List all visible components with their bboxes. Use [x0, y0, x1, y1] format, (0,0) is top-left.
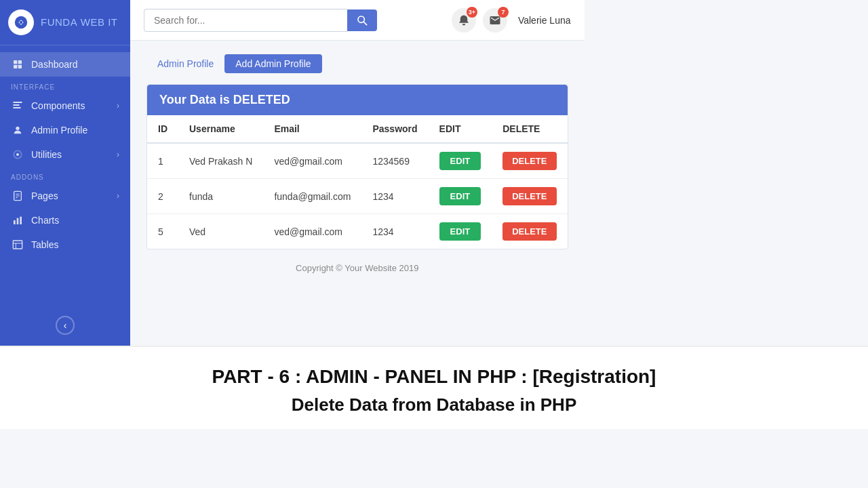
cell-edit: EDIT [429, 179, 492, 214]
cell-delete: DELETE [492, 179, 567, 214]
cell-email: funda@gmail.com [263, 179, 361, 214]
message-badge: 7 [498, 7, 509, 18]
dashboard-icon [11, 59, 24, 70]
tab-admin-profile[interactable]: Admin Profile [146, 54, 224, 73]
svg-rect-6 [13, 102, 22, 103]
pages-icon [11, 190, 24, 201]
search-bar [144, 9, 377, 32]
svg-rect-4 [14, 65, 17, 68]
cell-username: Ved [178, 214, 263, 249]
sidebar-item-pages[interactable]: Pages › [0, 184, 130, 208]
edit-button[interactable]: EDIT [439, 187, 481, 205]
delete-button[interactable]: DELETE [502, 187, 556, 205]
cell-email: ved@gmail.com [263, 143, 361, 179]
svg-rect-17 [17, 218, 19, 224]
table-row: 5 Ved ved@gmail.com 1234 EDIT DELETE [147, 214, 568, 249]
charts-icon [11, 215, 24, 226]
edit-button[interactable]: EDIT [439, 152, 481, 170]
cell-delete: DELETE [492, 214, 567, 249]
data-table-wrapper: Your Data is DELETED ID Username Email P… [146, 84, 568, 249]
topbar: 3+ 7 Valerie Luna [130, 0, 585, 41]
logo-icon [8, 9, 34, 35]
svg-rect-19 [13, 241, 22, 249]
admin-profile-icon [11, 125, 24, 136]
search-button[interactable] [347, 9, 377, 31]
notification-badge: 3+ [467, 7, 477, 18]
logo-text: FUNDA WEB IT [41, 16, 118, 28]
svg-rect-2 [14, 60, 17, 64]
col-username: Username [178, 115, 263, 143]
cell-id: 2 [147, 179, 178, 214]
sidebar: FUNDA WEB IT Dashboard INTERFACE Compone… [0, 0, 130, 346]
svg-rect-16 [14, 220, 16, 224]
cell-edit: EDIT [429, 214, 492, 249]
sidebar-item-admin-profile[interactable]: Admin Profile [0, 118, 130, 142]
sidebar-item-charts[interactable]: Charts [0, 208, 130, 232]
components-icon [11, 100, 24, 111]
data-table: ID Username Email Password EDIT DELETE 1… [147, 115, 568, 249]
cell-email: ved@gmail.com [263, 214, 361, 249]
col-email: Email [263, 115, 361, 143]
delete-button[interactable]: DELETE [502, 152, 556, 170]
user-name: Valerie Luna [518, 15, 571, 26]
table-header-row: ID Username Email Password EDIT DELETE [147, 115, 568, 143]
cell-password: 1234 [361, 214, 428, 249]
col-edit: EDIT [429, 115, 492, 143]
utilities-icon [11, 149, 24, 160]
edit-button[interactable]: EDIT [439, 222, 481, 241]
svg-point-10 [16, 127, 19, 130]
cell-password: 1234569 [361, 143, 428, 179]
sidebar-item-dashboard-label: Dashboard [31, 59, 119, 70]
search-input[interactable] [144, 9, 347, 32]
cell-id: 1 [147, 143, 178, 179]
components-chevron-icon: › [117, 101, 119, 110]
tables-icon [11, 239, 24, 250]
pages-chevron-icon: › [117, 191, 119, 201]
table-row: 1 Ved Prakash N ved@gmail.com 1234569 ED… [147, 143, 568, 179]
sidebar-item-dashboard[interactable]: Dashboard [0, 52, 130, 77]
delete-button[interactable]: DELETE [502, 222, 556, 241]
sidebar-section-addons: ADDONS [0, 167, 130, 184]
svg-rect-18 [20, 217, 22, 224]
svg-line-23 [363, 22, 367, 25]
col-delete: DELETE [492, 115, 567, 143]
notifications-button[interactable]: 3+ [452, 8, 476, 33]
tab-add-admin-profile[interactable]: Add Admin Profile [224, 54, 321, 73]
sidebar-collapse-button[interactable]: ‹ [56, 316, 75, 335]
sidebar-item-pages-label: Pages [31, 190, 117, 201]
copyright-text: Copyright © Your Website 2019 [296, 263, 418, 273]
tabs-row: Admin Profile Add Admin Profile [146, 54, 568, 73]
svg-rect-8 [13, 107, 20, 108]
content-footer: Copyright © Your Website 2019 [146, 249, 568, 287]
sidebar-logo: FUNDA WEB IT [0, 0, 130, 45]
alert-deleted-banner: Your Data is DELETED [147, 85, 568, 115]
sidebar-item-utilities[interactable]: Utilities › [0, 142, 130, 167]
sidebar-item-admin-profile-label: Admin Profile [31, 125, 119, 136]
svg-rect-5 [18, 65, 22, 68]
sidebar-item-utilities-label: Utilities [31, 149, 117, 160]
cell-password: 1234 [361, 179, 428, 214]
svg-point-1 [20, 21, 23, 24]
messages-button[interactable]: 7 [483, 8, 507, 33]
bottom-text-section: PART - 6 : ADMIN - PANEL IN PHP : [Regis… [0, 346, 868, 429]
cell-username: funda [178, 179, 263, 214]
sidebar-item-tables[interactable]: Tables [0, 232, 130, 257]
col-password: Password [361, 115, 428, 143]
svg-point-11 [16, 153, 19, 156]
topbar-icons: 3+ 7 Valerie Luna [452, 8, 571, 33]
sidebar-item-tables-label: Tables [31, 239, 119, 250]
utilities-chevron-icon: › [117, 150, 119, 159]
col-id: ID [147, 115, 178, 143]
cell-delete: DELETE [492, 143, 567, 179]
svg-rect-3 [18, 60, 22, 64]
svg-rect-7 [13, 104, 19, 106]
table-row: 2 funda funda@gmail.com 1234 EDIT DELETE [147, 179, 568, 214]
cell-edit: EDIT [429, 143, 492, 179]
cell-id: 5 [147, 214, 178, 249]
cell-username: Ved Prakash N [178, 143, 263, 179]
sidebar-item-components-label: Components [31, 100, 117, 111]
bottom-line1: PART - 6 : ADMIN - PANEL IN PHP : [Regis… [14, 366, 854, 388]
sidebar-item-components[interactable]: Components › [0, 94, 130, 118]
sidebar-section-interface: INTERFACE [0, 77, 130, 94]
main-content: Admin Profile Add Admin Profile Your Dat… [130, 41, 585, 346]
